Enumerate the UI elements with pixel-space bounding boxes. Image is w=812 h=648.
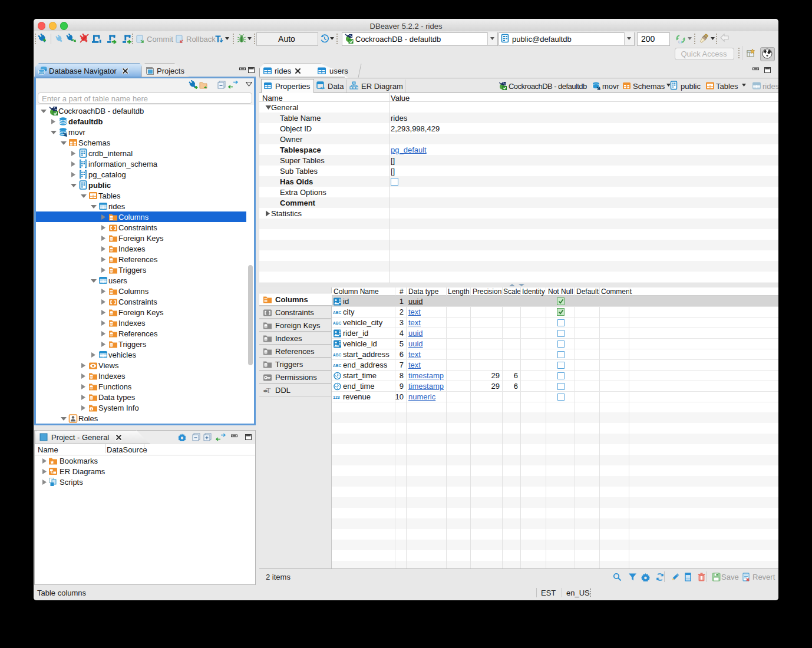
svg-text:ABC: ABC bbox=[333, 310, 341, 315]
svg-text:ABC: ABC bbox=[333, 353, 341, 357]
svg-text:ABC: ABC bbox=[333, 363, 341, 368]
svg-text:123: 123 bbox=[333, 395, 340, 399]
svg-text:+: + bbox=[204, 85, 207, 90]
svg-text:ABC: ABC bbox=[333, 321, 341, 325]
svg-text:(-): (-) bbox=[678, 40, 682, 44]
svg-text:T: T bbox=[266, 386, 271, 395]
svg-text:<>: <> bbox=[320, 86, 325, 90]
